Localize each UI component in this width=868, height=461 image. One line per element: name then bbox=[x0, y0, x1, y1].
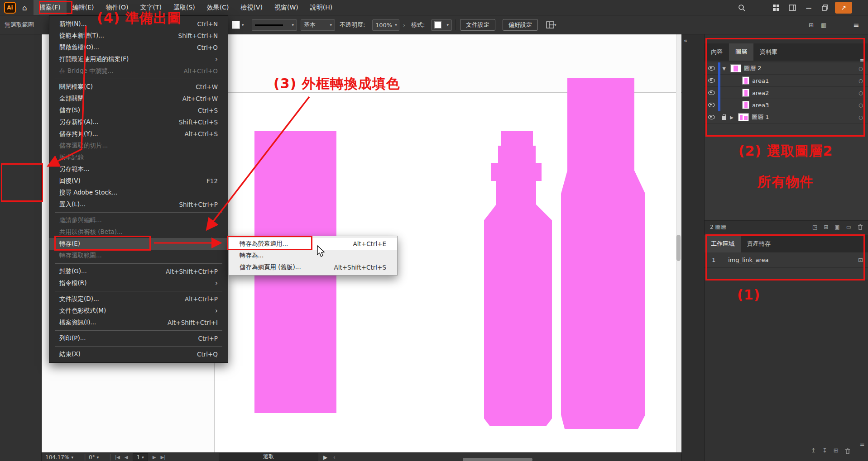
target-circle-icon[interactable]: ○ bbox=[858, 90, 863, 96]
menu-item-new[interactable]: 新增(N)...Ctrl+N bbox=[49, 18, 228, 30]
layer-row-area3[interactable]: area3 ○ bbox=[705, 99, 868, 111]
visibility-eye-icon[interactable] bbox=[705, 115, 718, 119]
artboards-panel-menu-icon[interactable]: ≡ bbox=[860, 441, 865, 447]
move-down-icon[interactable]: ↧ bbox=[822, 447, 827, 455]
object-thumbnail[interactable] bbox=[742, 101, 749, 109]
visibility-eye-icon[interactable] bbox=[705, 103, 718, 107]
layer-row-layer2[interactable]: ▼ 圖層 2 ○ bbox=[705, 62, 868, 75]
columns-icon[interactable]: ▥ bbox=[821, 22, 826, 29]
workspace-switcher[interactable]: ▾ bbox=[546, 15, 556, 34]
expand-chevron-icon[interactable]: ▶ bbox=[728, 115, 735, 120]
menu-item-exit[interactable]: 結束(X)Ctrl+Q bbox=[49, 348, 228, 360]
document-setup-button[interactable]: 文件設定 bbox=[460, 15, 495, 34]
menubar-effect[interactable]: 效果(C) bbox=[201, 0, 235, 15]
new-layer-icon[interactable]: ▭ bbox=[846, 224, 851, 230]
tab-libraries[interactable]: 資料庫 bbox=[753, 43, 784, 61]
menu-item-save[interactable]: 儲存(S)Ctrl+S bbox=[49, 105, 228, 116]
artboard-icon[interactable]: ⊡ bbox=[858, 257, 863, 263]
visibility-eye-icon[interactable] bbox=[705, 90, 718, 95]
menu-item-save-as[interactable]: 另存新檔(A)...Shift+Ctrl+S bbox=[49, 116, 228, 128]
collapse-chevron-icon[interactable]: ▼ bbox=[720, 66, 728, 71]
menu-item-export-as[interactable]: 轉存為... bbox=[229, 250, 397, 261]
new-sublayer-icon[interactable]: ▣ bbox=[834, 224, 839, 230]
opacity-popout-chevron[interactable]: › bbox=[403, 15, 405, 34]
style-dropdown[interactable]: ▾ bbox=[431, 15, 452, 34]
vertical-scrollbar-thumb[interactable] bbox=[676, 235, 681, 261]
visibility-eye-icon[interactable] bbox=[705, 78, 718, 83]
make-mask-icon[interactable]: ⊞ bbox=[824, 224, 828, 230]
menubar-window[interactable]: 視窗(W) bbox=[269, 0, 304, 15]
tab-properties[interactable]: 內容 bbox=[705, 43, 729, 61]
layer-row-area1[interactable]: area1 ○ bbox=[705, 75, 868, 87]
menubar-help[interactable]: 說明(H) bbox=[304, 0, 338, 15]
fill-color-dropdown[interactable]: ▾ bbox=[232, 15, 244, 34]
visibility-eye-icon[interactable] bbox=[705, 66, 718, 71]
workspace-panel-icon[interactable] bbox=[784, 0, 801, 15]
object-name[interactable]: area2 bbox=[752, 90, 769, 96]
menu-item-save-a-copy[interactable]: 儲存拷貝(Y)...Alt+Ctrl+S bbox=[49, 128, 228, 140]
menu-item-place[interactable]: 置入(L)...Shift+Ctrl+P bbox=[49, 199, 228, 210]
menu-item-file-info[interactable]: 檔案資訊(I)...Alt+Shift+Ctrl+I bbox=[49, 317, 228, 328]
menubar-file[interactable]: 檔案(F) bbox=[34, 0, 67, 15]
status-chevron-icon[interactable]: ‹ bbox=[333, 453, 336, 461]
artboard-navigation[interactable]: |◀◀ 1 ▾ ▶▶| bbox=[115, 453, 166, 461]
menu-item-open[interactable]: 開啟舊檔(O)...Ctrl+O bbox=[49, 42, 228, 53]
target-circle-icon[interactable]: ○ bbox=[858, 66, 863, 71]
control-bar-menu-icon[interactable]: ≡ bbox=[853, 15, 859, 34]
new-item-icon[interactable]: ⊞ bbox=[834, 447, 839, 455]
menu-item-revert[interactable]: 回復(V)F12 bbox=[49, 175, 228, 187]
trash-icon[interactable] bbox=[845, 448, 850, 455]
shape-bottle-small[interactable] bbox=[484, 131, 552, 426]
menu-item-scripts[interactable]: 指令檔(R)› bbox=[49, 277, 228, 289]
artboard-name[interactable]: img_link_area bbox=[728, 257, 769, 263]
menu-item-document-color-mode[interactable]: 文件色彩模式(M)› bbox=[49, 305, 228, 317]
menu-item-search-adobe-stock[interactable]: 搜尋 Adobe Stock... bbox=[49, 187, 228, 199]
minimize-button[interactable]: − bbox=[801, 0, 817, 15]
layer-name[interactable]: 圖層 2 bbox=[744, 64, 761, 72]
menubar-edit[interactable]: 編輯(E) bbox=[67, 0, 100, 15]
menu-item-close[interactable]: 關閉檔案(C)Ctrl+W bbox=[49, 81, 228, 93]
restore-button[interactable] bbox=[817, 0, 833, 15]
artboard-number[interactable]: 1 ▾ bbox=[133, 453, 148, 461]
menu-item-export[interactable]: 轉存(E)› bbox=[49, 238, 228, 250]
shape-bottle-large[interactable] bbox=[561, 78, 645, 429]
layer-row-area2[interactable]: area2 ○ bbox=[705, 87, 868, 99]
menu-item-close-all[interactable]: 全部關閉Alt+Ctrl+W bbox=[49, 93, 228, 105]
target-circle-icon[interactable]: ○ bbox=[858, 78, 863, 84]
preferences-button[interactable]: 偏好設定 bbox=[503, 15, 538, 34]
menubar-select[interactable]: 選取(S) bbox=[168, 0, 201, 15]
object-name[interactable]: area3 bbox=[752, 102, 769, 109]
move-up-icon[interactable]: ↥ bbox=[811, 447, 816, 455]
locate-object-icon[interactable]: ◳ bbox=[812, 224, 817, 230]
delete-layer-icon[interactable] bbox=[858, 224, 863, 230]
close-button[interactable]: ↗ bbox=[833, 0, 854, 15]
expand-panels-icon[interactable]: « bbox=[684, 37, 687, 44]
menu-item-document-setup[interactable]: 文件設定(D)...Alt+Ctrl+P bbox=[49, 293, 228, 305]
tab-asset-export[interactable]: 資產轉存 bbox=[741, 235, 777, 252]
menu-item-package[interactable]: 封裝(G)...Alt+Shift+Ctrl+P bbox=[49, 266, 228, 277]
opacity-dropdown[interactable]: 100%▾ bbox=[372, 15, 399, 34]
menu-item-save-for-web[interactable]: 儲存為網頁用 (舊版)...Alt+Shift+Ctrl+S bbox=[229, 261, 397, 273]
stroke-profile-dropdown[interactable]: ▾ bbox=[252, 15, 297, 34]
menu-item-save-as-template[interactable]: 另存範本... bbox=[49, 163, 228, 175]
align-panel-icon[interactable]: ⊞ bbox=[809, 22, 814, 29]
search-icon[interactable] bbox=[734, 0, 750, 15]
target-circle-icon[interactable]: ○ bbox=[858, 102, 863, 108]
rotation-value[interactable]: 0°▾ bbox=[89, 453, 99, 461]
brush-style-dropdown[interactable]: 基本▾ bbox=[301, 15, 335, 34]
menu-item-print[interactable]: 列印(P)...Ctrl+P bbox=[49, 333, 228, 344]
menubar-object[interactable]: 物件(O) bbox=[100, 0, 134, 15]
layer-thumbnail[interactable] bbox=[738, 113, 749, 121]
tab-artboards[interactable]: 工作區域 bbox=[705, 235, 741, 252]
horizontal-scrollbar-thumb[interactable] bbox=[463, 455, 532, 461]
layer-thumbnail[interactable] bbox=[730, 64, 741, 72]
object-name[interactable]: area1 bbox=[752, 77, 769, 84]
object-thumbnail[interactable] bbox=[742, 89, 749, 97]
status-play-icon[interactable]: ▶ bbox=[323, 453, 327, 461]
layer-row-layer1[interactable]: ▶ 圖層 1 ○ bbox=[705, 111, 868, 124]
artboard-row[interactable]: 1 img_link_area ⊡ bbox=[705, 252, 868, 268]
home-icon[interactable]: ⌂ bbox=[22, 3, 27, 12]
tab-layers[interactable]: 圖層 bbox=[729, 43, 753, 61]
menubar-type[interactable]: 文字(T) bbox=[134, 0, 168, 15]
menubar-view[interactable]: 檢視(V) bbox=[235, 0, 269, 15]
